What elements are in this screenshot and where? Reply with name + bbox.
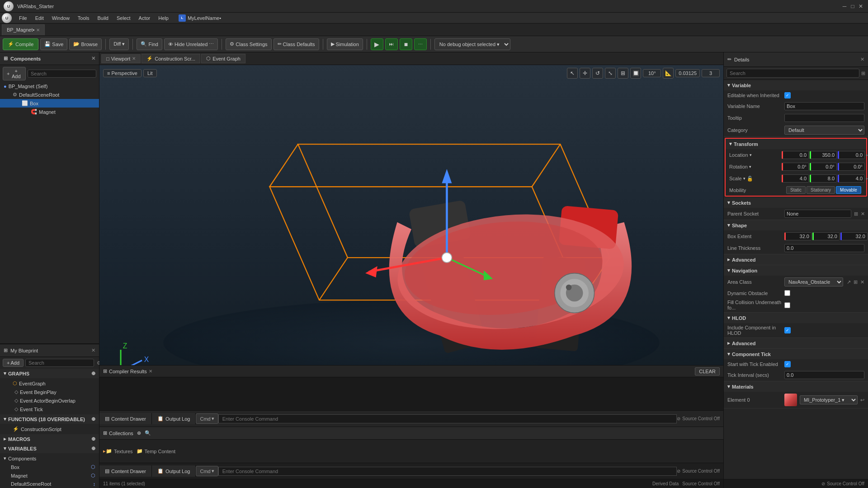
sockets-section-header[interactable]: ▾ Sockets xyxy=(724,197,868,208)
scale-dropdown-icon[interactable]: ▾ xyxy=(743,176,745,181)
class-defaults-button[interactable]: ✏ Class Defaults xyxy=(274,38,319,50)
graphs-section-header[interactable]: ▾ GRAPHS ⊕ xyxy=(0,369,99,378)
collections-add-icon[interactable]: ⊕ xyxy=(137,430,141,436)
navigation-section-header[interactable]: ▾ Navigation xyxy=(724,265,868,276)
cmd-dropdown[interactable]: Cmd ▾ xyxy=(196,413,218,424)
menu-build[interactable]: Build xyxy=(94,14,112,22)
viewport-tab[interactable]: □ Viewport ✕ xyxy=(101,54,141,63)
tree-item-box[interactable]: ⬜ Box xyxy=(0,99,99,108)
event-graph-item[interactable]: ⬡ EventGraph xyxy=(0,379,99,388)
variable-section-header[interactable]: ▾ Variable xyxy=(724,80,868,90)
stop-button[interactable]: ■ xyxy=(400,38,412,50)
menu-edit[interactable]: Edit xyxy=(32,14,47,22)
area-class-browse[interactable]: ↗ xyxy=(847,279,851,285)
hlod-section-header[interactable]: ▾ HLOD xyxy=(724,313,868,323)
rotation-dropdown-icon[interactable]: ▾ xyxy=(749,164,751,169)
details-search-input[interactable] xyxy=(726,69,859,78)
start-tick-checkbox[interactable]: ✓ xyxy=(784,361,791,367)
temp-content-folder[interactable]: 📁 Temp Content xyxy=(137,448,175,454)
snap-scale-icon[interactable]: 📐 xyxy=(663,68,674,79)
more-options-button[interactable]: ⋯ xyxy=(414,38,427,50)
textures-folder[interactable]: ▸📁 Textures xyxy=(103,448,133,454)
component-search-input[interactable] xyxy=(28,70,96,78)
menu-actor[interactable]: Actor xyxy=(135,14,154,22)
parent-socket-input[interactable] xyxy=(784,210,851,218)
lock-scale-icon[interactable]: 🔓 xyxy=(747,176,753,182)
scale-z-input[interactable] xyxy=(838,174,865,183)
fill-collision-checkbox[interactable] xyxy=(784,302,790,308)
translate-tool[interactable]: ✛ xyxy=(580,68,590,79)
tick-interval-input[interactable] xyxy=(784,371,864,379)
menu-select[interactable]: Select xyxy=(113,14,134,22)
diff-button[interactable]: Diff ▾ xyxy=(109,38,129,50)
find-button[interactable]: 🔍 Find xyxy=(137,38,162,50)
add-blueprint-button[interactable]: + Add xyxy=(3,359,24,367)
clear-button[interactable]: CLEAR xyxy=(695,367,720,375)
variables-section-header[interactable]: ▾ VARIABLES ⊕ xyxy=(0,444,99,453)
construction-script-tab[interactable]: ⚡ Construction Scr... xyxy=(142,54,200,63)
cmd-dropdown-2[interactable]: Cmd ▾ xyxy=(196,466,218,476)
location-x-input[interactable] xyxy=(782,151,809,159)
macros-section-header[interactable]: ▸ MACROS ⊕ xyxy=(0,434,99,444)
lit-button[interactable]: Lit xyxy=(143,69,157,77)
play-button[interactable]: ▶ xyxy=(371,38,383,50)
scale-x-input[interactable] xyxy=(782,174,809,183)
menu-file[interactable]: File xyxy=(15,14,31,22)
material-select[interactable]: MI_Prototyper_1 ▾ xyxy=(800,395,858,404)
component-tick-section-header[interactable]: ▾ Component Tick xyxy=(724,349,868,359)
minimize-button[interactable]: ─ xyxy=(841,3,848,10)
tooltip-input[interactable] xyxy=(784,114,864,122)
stationary-mobility-btn[interactable]: Stationary xyxy=(807,186,835,194)
variable-name-input[interactable] xyxy=(784,102,864,110)
hide-unrelated-button[interactable]: 👁 Hide Unrelated ⋯ xyxy=(164,38,218,50)
console-command-input-1[interactable] xyxy=(218,414,677,423)
close-button[interactable]: ✕ xyxy=(857,3,864,10)
debug-object-select[interactable]: No debug object selected ▾ xyxy=(434,38,510,50)
area-class-find[interactable]: ⊞ xyxy=(854,279,858,285)
rotate-tool[interactable]: ↺ xyxy=(592,68,603,79)
rotation-z-input[interactable] xyxy=(838,163,865,171)
default-scene-root-var-item[interactable]: DefaultSceneRoot ↕ xyxy=(0,480,99,488)
functions-section-header[interactable]: ▾ FUNCTIONS (18 OVERRIDABLE) ⊕ xyxy=(0,414,99,424)
area-class-select[interactable]: NavArea_Obstacle xyxy=(784,277,843,286)
line-thickness-input[interactable] xyxy=(784,244,864,252)
event-tick-item[interactable]: ◇ Event Tick xyxy=(0,405,99,413)
viewport-tab-close[interactable]: ✕ xyxy=(132,56,136,61)
scale-tool[interactable]: ⤡ xyxy=(605,68,616,79)
dynamic-obstacle-checkbox[interactable] xyxy=(784,290,790,296)
materials-section-header[interactable]: ▾ Materials xyxy=(724,381,868,392)
tree-item-self[interactable]: ● BP_Magnet (Self) xyxy=(0,82,99,90)
content-drawer-tab-2[interactable]: ▤ Content Drawer xyxy=(99,465,152,477)
class-settings-button[interactable]: ⚙ Class Settings xyxy=(226,38,271,50)
scale-y-input[interactable] xyxy=(810,174,837,183)
area-class-clear[interactable]: ✕ xyxy=(860,279,864,285)
maximize-button[interactable]: □ xyxy=(849,3,856,10)
blueprint-search-input[interactable] xyxy=(25,359,94,367)
components-var-header[interactable]: ▾ Components xyxy=(0,454,99,463)
skip-button[interactable]: ⏭ xyxy=(385,38,398,50)
snap-icon[interactable]: 🔲 xyxy=(630,68,641,79)
compile-button[interactable]: ⚡ Compile xyxy=(3,38,38,50)
advanced-section-header-1[interactable]: ▸ Advanced xyxy=(724,254,868,265)
box-extent-y-input[interactable] xyxy=(812,232,840,240)
socket-browse-icon[interactable]: ⊞ xyxy=(854,211,858,217)
variables-add-icon[interactable]: ⊕ xyxy=(91,446,95,451)
scale-reset-icon[interactable]: ↩ xyxy=(866,176,868,182)
bp-tab-close[interactable]: ✕ xyxy=(36,28,40,33)
content-drawer-tab[interactable]: ▤ Content Drawer xyxy=(99,413,152,424)
include-hlod-checkbox[interactable]: ✓ xyxy=(784,327,791,333)
rotation-y-input[interactable] xyxy=(810,163,837,171)
save-button[interactable]: 💾 Save xyxy=(40,38,67,50)
magnet-var-item[interactable]: Magnet ⬡ xyxy=(0,471,99,480)
editable-inherited-checkbox[interactable]: ✓ xyxy=(784,92,791,99)
movable-mobility-btn[interactable]: Movable xyxy=(836,186,861,194)
components-close[interactable]: ✕ xyxy=(91,56,95,61)
box-extent-x-input[interactable] xyxy=(784,232,811,240)
category-select[interactable]: Default xyxy=(784,126,864,135)
socket-clear-icon[interactable]: ✕ xyxy=(861,211,865,217)
details-close[interactable]: ✕ xyxy=(860,56,864,62)
location-dropdown-icon[interactable]: ▾ xyxy=(750,153,752,157)
collections-search-icon[interactable]: 🔍 xyxy=(145,430,151,436)
details-view-options[interactable]: ⊞ xyxy=(861,70,865,76)
add-component-button[interactable]: + + Add xyxy=(3,67,26,80)
